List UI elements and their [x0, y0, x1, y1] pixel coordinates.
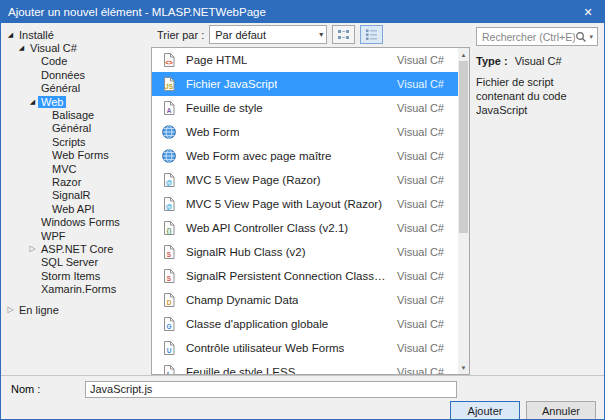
search-icon[interactable] [575, 31, 587, 43]
type-label: Type : [476, 55, 508, 67]
list-item-signalr-persistent-connection-class-v2[interactable]: S SignalR Persistent Connection Class (v… [152, 264, 458, 288]
webapi-controller-file-icon: {} [161, 220, 177, 236]
tree-item-razor[interactable]: Razor [1, 175, 151, 188]
list-item-classe-d-application-globale[interactable]: G Classe d'application globaleVisual C# [152, 312, 458, 336]
tree-item-label: WPF [38, 230, 68, 242]
tree-item-balisage[interactable]: Balisage [1, 108, 151, 121]
tree-item-wpf[interactable]: WPF [1, 229, 151, 242]
razor-view-file-icon: @ [161, 172, 177, 188]
cancel-button[interactable]: Annuler [526, 401, 596, 420]
tree-item-scripts[interactable]: Scripts [1, 135, 151, 148]
list-item-champ-dynamic-data[interactable]: D Champ Dynamic DataVisual C# [152, 288, 458, 312]
list-item-language: Visual C# [387, 342, 444, 354]
medium-icons-view-icon [337, 28, 350, 41]
tree-item-label: Général [49, 122, 94, 134]
small-icons-view-button[interactable] [360, 25, 383, 44]
list-item-signalr-hub-class-v2[interactable]: S SignalR Hub Class (v2)Visual C# [152, 240, 458, 264]
list-item-mvc-5-view-page-with-layout-razor[interactable]: @ MVC 5 View Page with Layout (Razor)Vis… [152, 192, 458, 216]
name-label: Nom : [11, 383, 85, 395]
tree-spacer [1, 296, 151, 303]
list-item-fichier-javascript[interactable]: JS Fichier JavaScriptVisual C# [152, 72, 458, 96]
collapsed-arrow-icon[interactable]: ▷ [5, 305, 16, 314]
scroll-up-arrow-icon[interactable]: ▲ [458, 48, 469, 61]
list-item-feuille-de-style-less[interactable]: L Feuille de style LESSVisual C# [152, 360, 458, 375]
tree-item-asp-net-core[interactable]: ▷ASP.NET Core [1, 242, 151, 255]
tree-item-web-api[interactable]: Web API [1, 202, 151, 215]
tree-item-windows-forms[interactable]: Windows Forms [1, 215, 151, 228]
add-button[interactable]: Ajouter [450, 401, 520, 420]
svg-text:@: @ [166, 203, 172, 210]
javascript-file-icon: JS [161, 76, 177, 92]
list-scrollbar[interactable]: ▲ ▼ [458, 48, 469, 374]
category-tree: ◢Installé◢Visual C#CodeDonnéesGénéral◢We… [1, 23, 151, 375]
svg-text:JS: JS [165, 83, 174, 90]
tree-item-mvc[interactable]: MVC [1, 162, 151, 175]
search-options-chevron-icon[interactable]: ▾ [589, 33, 593, 41]
search-input[interactable] [477, 31, 575, 43]
tree-item-label: Visual C# [27, 42, 80, 54]
tree-item-visual-c[interactable]: ◢Visual C# [1, 41, 151, 54]
list-item-label: Web Form avec page maître [186, 150, 332, 162]
window-title: Ajouter un nouvel élément - MLASP.NETWeb… [8, 6, 266, 18]
list-item-label: Contrôle utilisateur Web Forms [186, 342, 344, 354]
list-item-label: Champ Dynamic Data [186, 294, 298, 306]
list-item-web-api-controller-class-v2-1[interactable]: {} Web API Controller Class (v2.1)Visual… [152, 216, 458, 240]
list-item-label: SignalR Hub Class (v2) [186, 246, 306, 258]
tree-item-storm-items[interactable]: Storm Items [1, 269, 151, 282]
list-item-label: Web API Controller Class (v2.1) [186, 222, 348, 234]
tree-item-donnees[interactable]: Données [1, 68, 151, 81]
list-item-controle-utilisateur-web-forms[interactable]: U Contrôle utilisateur Web FormsVisual C… [152, 336, 458, 360]
tree-item-web-forms[interactable]: Web Forms [1, 149, 151, 162]
expanded-arrow-icon[interactable]: ◢ [5, 31, 16, 39]
type-value: Visual C# [515, 55, 562, 67]
tree-item-signalr[interactable]: SignalR [1, 189, 151, 202]
list-item-language: Visual C# [387, 270, 444, 282]
global-application-class-file-icon: G [161, 316, 177, 332]
svg-text:S: S [167, 251, 172, 258]
expanded-arrow-icon[interactable]: ◢ [16, 44, 27, 52]
tree-item-label: Balisage [49, 109, 97, 121]
tree-item-label: Données [38, 69, 88, 81]
list-item-label: Feuille de style LESS [186, 366, 295, 375]
list-item-language: Visual C# [387, 150, 444, 162]
list-item-web-form-avec-page-maitre[interactable]: Web Form avec page maîtreVisual C# [152, 144, 458, 168]
template-list-items: <> Page HTMLVisual C# JS Fichier JavaScr… [152, 48, 458, 374]
tree-item-sql-server[interactable]: SQL Server [1, 256, 151, 269]
tree-item-xamarin-forms[interactable]: Xamarin.Forms [1, 282, 151, 295]
sort-dropdown[interactable]: Par défaut ▾ [209, 25, 327, 44]
name-input[interactable] [85, 381, 457, 398]
tree-item-label: SignalR [49, 189, 94, 201]
list-item-label: MVC 5 View Page with Layout (Razor) [186, 198, 382, 210]
tree-item-label: MVC [49, 163, 79, 175]
expanded-arrow-icon[interactable]: ◢ [27, 98, 38, 106]
tree-item-general[interactable]: Général [1, 122, 151, 135]
tree-item-web[interactable]: ◢Web [1, 95, 151, 108]
list-item-label: Web Form [186, 126, 239, 138]
scrollbar-thumb[interactable] [459, 61, 468, 233]
svg-text:A: A [167, 107, 172, 114]
less-stylesheet-file-icon: L [161, 364, 177, 375]
list-item-language: Visual C# [387, 126, 444, 138]
search-box: ▾ [476, 27, 598, 46]
tree-item-label: Windows Forms [38, 216, 123, 228]
close-button[interactable]: ✕ [572, 1, 604, 23]
list-item-feuille-de-style[interactable]: A Feuille de styleVisual C# [152, 96, 458, 120]
tree-item-en-ligne[interactable]: ▷En ligne [1, 303, 151, 316]
list-item-mvc-5-view-page-razor[interactable]: @ MVC 5 View Page (Razor)Visual C# [152, 168, 458, 192]
tree-item-installe[interactable]: ◢Installé [1, 28, 151, 41]
type-line: Type : Visual C# [476, 55, 598, 67]
center-pane: Trier par : Par défaut ▾ [151, 23, 470, 375]
tree-item-code[interactable]: Code [1, 55, 151, 68]
tree-item-label: Général [38, 82, 83, 94]
tree-item-label: Installé [16, 29, 57, 41]
svg-text:G: G [166, 323, 171, 330]
list-item-language: Visual C# [387, 318, 444, 330]
list-item-page-html[interactable]: <> Page HTMLVisual C# [152, 48, 458, 72]
webform-master-globe-icon [161, 148, 177, 164]
list-item-web-form[interactable]: Web FormVisual C# [152, 120, 458, 144]
tree-item-general[interactable]: Général [1, 82, 151, 95]
scroll-down-arrow-icon[interactable]: ▼ [458, 361, 469, 374]
medium-icons-view-button[interactable] [332, 25, 355, 44]
title-bar: Ajouter un nouvel élément - MLASP.NETWeb… [1, 1, 604, 23]
collapsed-arrow-icon[interactable]: ▷ [27, 244, 38, 253]
